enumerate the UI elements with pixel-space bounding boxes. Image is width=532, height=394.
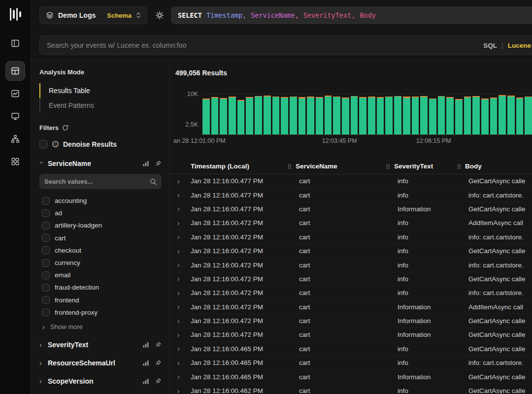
drag-handle-icon[interactable] bbox=[457, 163, 462, 170]
table-row[interactable]: ›Jan 28 12:16:00.472 PMcartInformationGe… bbox=[170, 328, 532, 342]
table-row[interactable]: ›Jan 28 12:16:00.465 PMcartinfoGetCartAs… bbox=[170, 342, 532, 356]
pin-icon[interactable] bbox=[155, 378, 162, 385]
refresh-icon[interactable] bbox=[62, 125, 68, 131]
filter-value-row[interactable]: ad bbox=[39, 207, 162, 219]
filter-value-checkbox[interactable] bbox=[42, 259, 50, 267]
table-row[interactable]: ›Jan 28 12:16:00.472 PMcartinfoAddItemAs… bbox=[170, 216, 532, 230]
histogram-bar[interactable] bbox=[220, 91, 227, 134]
filter-group-servicename[interactable]: › ServiceName bbox=[39, 160, 162, 167]
filter-value-row[interactable]: frontend-proxy bbox=[39, 306, 162, 319]
analysis-mode-results-table[interactable]: Results Table bbox=[39, 83, 162, 98]
mode-lucene-button[interactable]: Lucene bbox=[508, 42, 531, 49]
mode-sql-button[interactable]: SQL bbox=[483, 42, 497, 49]
table-row[interactable]: ›Jan 28 12:16:00.472 PMcartinfoinfo: car… bbox=[170, 230, 532, 244]
histogram-bar[interactable] bbox=[237, 91, 245, 134]
expand-row-chevron-icon[interactable]: › bbox=[170, 191, 191, 199]
histogram-bar[interactable] bbox=[385, 91, 393, 134]
filter-value-checkbox[interactable] bbox=[42, 308, 50, 316]
expand-row-chevron-icon[interactable]: › bbox=[170, 317, 191, 325]
filter-value-row[interactable]: accounting bbox=[39, 195, 162, 207]
expand-row-chevron-icon[interactable]: › bbox=[170, 359, 191, 367]
search-input[interactable] bbox=[47, 41, 478, 49]
histogram-bar[interactable] bbox=[202, 91, 210, 134]
filter-value-row[interactable]: email bbox=[39, 269, 162, 281]
histogram-bar[interactable] bbox=[229, 91, 236, 134]
histogram-bar[interactable] bbox=[394, 91, 401, 134]
expand-row-chevron-icon[interactable]: › bbox=[170, 219, 191, 227]
expand-row-chevron-icon[interactable]: › bbox=[170, 303, 191, 311]
table-row[interactable]: ›Jan 28 12:16:00.477 PMcartinfoinfo: car… bbox=[170, 188, 532, 202]
histogram-bar[interactable] bbox=[368, 91, 375, 134]
expand-row-chevron-icon[interactable]: › bbox=[170, 247, 191, 255]
drag-handle-icon[interactable] bbox=[287, 163, 292, 170]
histogram-bar[interactable] bbox=[307, 91, 314, 134]
show-more-button[interactable]: › Show more bbox=[42, 323, 162, 330]
filter-value-checkbox[interactable] bbox=[42, 234, 50, 242]
filter-group-resourceschemaurl[interactable]: ›ResourceSchemaUrl bbox=[39, 359, 162, 367]
expand-row-chevron-icon[interactable]: › bbox=[170, 233, 191, 241]
histogram-bar[interactable] bbox=[429, 91, 436, 134]
histogram-bar[interactable] bbox=[420, 91, 428, 134]
column-header-body[interactable]: Body bbox=[457, 163, 532, 170]
histogram-bar[interactable] bbox=[281, 91, 288, 134]
histogram-bar[interactable] bbox=[255, 91, 262, 134]
settings-button[interactable] bbox=[151, 7, 168, 24]
histogram-bar[interactable] bbox=[455, 91, 463, 134]
table-row[interactable]: ›Jan 28 12:16:00.477 PMcartInformationGe… bbox=[170, 202, 532, 216]
histogram-bar[interactable] bbox=[299, 91, 306, 134]
histogram-bar[interactable] bbox=[342, 91, 349, 134]
expand-row-chevron-icon[interactable]: › bbox=[170, 387, 191, 394]
table-row[interactable]: ›Jan 28 12:16:00.472 PMcartinfoGetCartAs… bbox=[170, 272, 532, 286]
filter-value-row[interactable]: currency bbox=[39, 257, 162, 269]
histogram-bar[interactable] bbox=[525, 91, 532, 134]
pin-icon[interactable] bbox=[155, 160, 162, 167]
pin-icon[interactable] bbox=[155, 341, 162, 348]
histogram-bar[interactable] bbox=[472, 91, 480, 134]
histogram-bar[interactable] bbox=[446, 91, 454, 134]
filter-value-checkbox[interactable] bbox=[42, 296, 50, 304]
filter-value-row[interactable]: artillery-loadgen bbox=[39, 219, 162, 231]
filter-value-checkbox[interactable] bbox=[42, 209, 50, 217]
histogram-bar[interactable] bbox=[325, 91, 332, 134]
histogram-bar[interactable] bbox=[272, 91, 280, 134]
nav-apps[interactable] bbox=[5, 152, 25, 171]
bar-chart-icon[interactable] bbox=[142, 160, 149, 167]
table-row[interactable]: ›Jan 28 12:16:00.465 PMcartinfoinfo: car… bbox=[170, 356, 532, 370]
expand-row-chevron-icon[interactable]: › bbox=[170, 373, 191, 381]
table-row[interactable]: ›Jan 28 12:16:00.472 PMcartInformationGe… bbox=[170, 314, 532, 328]
expand-row-chevron-icon[interactable]: › bbox=[170, 205, 191, 213]
table-row[interactable]: ›Jan 28 12:16:00.462 PMcartinfoGetCartAs… bbox=[170, 384, 532, 394]
histogram-bar[interactable] bbox=[507, 91, 515, 134]
filter-value-row[interactable]: frontend bbox=[39, 294, 162, 306]
denoise-row[interactable]: Denoise Results bbox=[39, 140, 162, 148]
filter-value-row[interactable]: checkout bbox=[39, 244, 162, 257]
nav-service-map[interactable] bbox=[5, 129, 25, 149]
column-header-severitytext[interactable]: SeverityText bbox=[386, 163, 457, 170]
filter-group-severitytext[interactable]: ›SeverityText bbox=[39, 341, 162, 349]
sidebar-toggle-button[interactable] bbox=[5, 33, 25, 53]
nav-search-logs[interactable] bbox=[5, 61, 25, 81]
column-header-timestamp[interactable]: Timestamp (Local) bbox=[191, 163, 287, 170]
table-row[interactable]: ›Jan 28 12:16:00.477 PMcartinfoGetCartAs… bbox=[170, 174, 532, 188]
histogram-bar[interactable] bbox=[211, 91, 219, 134]
histogram-bar[interactable] bbox=[403, 91, 410, 134]
table-row[interactable]: ›Jan 28 12:16:00.472 PMcartInformationAd… bbox=[170, 300, 532, 314]
denoise-checkbox[interactable] bbox=[39, 140, 48, 148]
expand-row-chevron-icon[interactable]: › bbox=[170, 289, 191, 297]
histogram-bar[interactable] bbox=[412, 91, 419, 134]
nav-chart-explorer[interactable] bbox=[5, 84, 25, 103]
histogram-bar[interactable] bbox=[359, 91, 366, 134]
table-row[interactable]: ›Jan 28 12:16:00.472 PMcartinfoinfo: car… bbox=[170, 286, 532, 300]
bar-chart-icon[interactable] bbox=[142, 360, 149, 366]
expand-row-chevron-icon[interactable]: › bbox=[170, 177, 191, 185]
histogram-bar[interactable] bbox=[481, 91, 489, 134]
filter-value-checkbox[interactable] bbox=[42, 284, 50, 292]
histogram-bar[interactable] bbox=[516, 91, 524, 134]
analysis-mode-event-patterns[interactable]: Event Patterns bbox=[39, 98, 162, 113]
filter-value-checkbox[interactable] bbox=[42, 271, 50, 279]
filter-value-checkbox[interactable] bbox=[42, 246, 50, 254]
bar-chart-icon[interactable] bbox=[142, 378, 149, 385]
bar-chart-icon[interactable] bbox=[142, 341, 149, 348]
pin-icon[interactable] bbox=[155, 360, 162, 366]
histogram-bar[interactable] bbox=[490, 91, 498, 134]
